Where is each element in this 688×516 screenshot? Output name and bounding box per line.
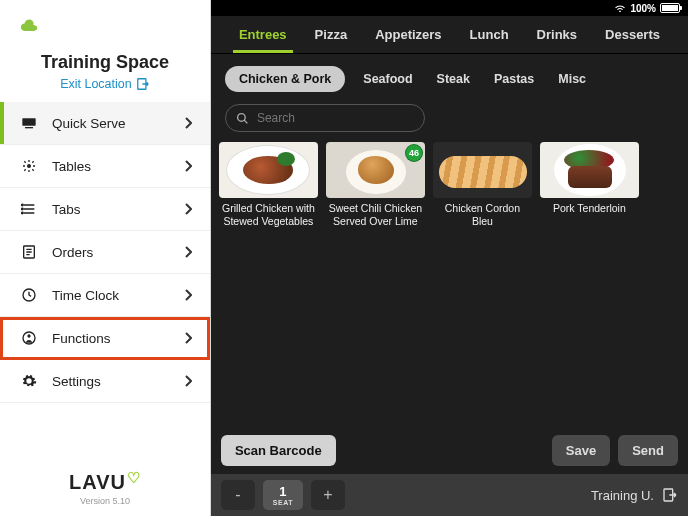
sidebar-item-label: Orders [52,245,184,260]
chevron-right-icon [184,289,192,301]
sidebar-item-label: Quick Serve [52,116,184,131]
menu-item-image [433,142,532,198]
sidebar-item-time-clock[interactable]: Time Clock [0,274,210,317]
wifi-icon [614,4,626,13]
subtab-misc[interactable]: Misc [552,68,592,90]
svg-point-4 [22,204,23,205]
current-user-button[interactable]: Training U. [591,487,678,503]
chevron-right-icon [184,117,192,129]
send-button[interactable]: Send [618,435,678,466]
tab-appetizers[interactable]: Appetizers [361,16,455,53]
subtab-chicken-pork[interactable]: Chicken & Pork [225,66,345,92]
lavu-cloud-icon [20,18,38,32]
menu-item-image: 46 [326,142,425,198]
tab-drinks[interactable]: Drinks [523,16,591,53]
svg-point-5 [22,208,23,209]
sidebar-item-orders[interactable]: Orders [0,231,210,274]
heart-icon: ♡ [127,469,141,487]
menu-item[interactable]: Grilled Chicken with Stewed Vegetables [219,142,318,228]
version-label: Version 5.10 [0,496,210,506]
search-input[interactable] [225,104,425,132]
seat-decrement-button[interactable]: - [221,480,255,510]
chevron-right-icon [184,160,192,172]
sidebar-item-functions[interactable]: Functions [0,317,210,360]
quick-serve-icon [20,114,38,132]
orders-icon [20,243,38,261]
battery-percentage: 100% [630,3,656,14]
sidebar-item-tabs[interactable]: Tabs [0,188,210,231]
svg-rect-1 [22,118,35,125]
save-button[interactable]: Save [552,435,610,466]
user-label: Training U. [591,488,654,503]
sidebar-item-label: Functions [52,331,184,346]
tab-pizza[interactable]: Pizza [301,16,362,53]
menu-item-label: Grilled Chicken with Stewed Vegetables [219,202,318,228]
svg-rect-2 [25,127,33,128]
sidebar-item-label: Tabs [52,202,184,217]
sidebar-item-label: Settings [52,374,184,389]
search-field[interactable] [257,111,414,125]
menu-item[interactable]: Pork Tenderloin [540,142,639,228]
subtab-steak[interactable]: Steak [431,68,476,90]
chevron-right-icon [184,332,192,344]
category-tabs: Entrees Pizza Appetizers Lunch Drinks De… [211,16,688,54]
menu-item-image [219,142,318,198]
tab-entrees[interactable]: Entrees [225,16,301,53]
menu-item[interactable]: Chicken Cordon Bleu [433,142,532,228]
quantity-badge: 46 [405,144,423,162]
svg-point-11 [238,113,246,121]
scan-barcode-button[interactable]: Scan Barcode [221,435,336,466]
exit-location-link[interactable]: Exit Location [60,77,150,91]
battery-icon [660,3,680,13]
tab-desserts[interactable]: Desserts [591,16,674,53]
svg-point-10 [27,334,30,337]
sidebar-item-label: Time Clock [52,288,184,303]
sidebar-item-quick-serve[interactable]: Quick Serve [0,102,210,145]
menu-item-image [540,142,639,198]
page-title: Training Space [0,52,210,73]
subtab-seafood[interactable]: Seafood [357,68,418,90]
subcategory-tabs: Chicken & Pork Seafood Steak Pastas Misc [211,54,688,98]
gear-icon [20,372,38,390]
menu-item[interactable]: 46 Sweet Chili Chicken Served Over Lime [326,142,425,228]
tables-icon [20,157,38,175]
menu-item-label: Chicken Cordon Bleu [433,202,532,228]
seat-count[interactable]: 1 SEAT [263,480,303,510]
tab-lunch[interactable]: Lunch [456,16,523,53]
sidebar-item-tables[interactable]: Tables [0,145,210,188]
sidebar-item-label: Tables [52,159,184,174]
svg-point-6 [22,212,23,213]
chevron-right-icon [184,203,192,215]
functions-icon [20,329,38,347]
svg-point-3 [27,164,31,168]
menu-items-grid: Grilled Chicken with Stewed Vegetables 4… [211,142,688,228]
exit-icon [136,77,150,91]
chevron-right-icon [184,246,192,258]
subtab-pastas[interactable]: Pastas [488,68,540,90]
menu-item-label: Sweet Chili Chicken Served Over Lime [326,202,425,228]
sidebar-item-settings[interactable]: Settings [0,360,210,403]
chevron-right-icon [184,375,192,387]
seat-increment-button[interactable]: + [311,480,345,510]
lavu-logo: LAVU♡ [69,471,141,494]
menu-item-label: Pork Tenderloin [540,202,639,228]
tabs-icon [20,200,38,218]
search-icon [236,112,249,125]
status-bar: 100% [211,0,688,16]
logout-icon [662,487,678,503]
clock-icon [20,286,38,304]
